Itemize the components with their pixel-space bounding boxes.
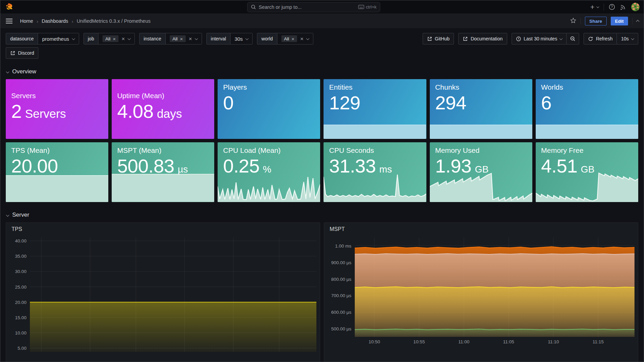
documentation-link-button[interactable]: Documentation <box>458 33 507 44</box>
filter-bar: datasource prometheus job All × × <box>0 28 644 59</box>
refresh-button[interactable]: Refresh <box>584 33 617 44</box>
clock-icon <box>516 36 521 41</box>
stat-panel-tps-mean: TPS (Mean) 20.00 <box>6 142 108 202</box>
breadcrumb-dashboards[interactable]: Dashboards <box>42 18 68 24</box>
variable-value: prometheus <box>42 36 69 42</box>
edit-button[interactable]: Edit <box>611 17 628 25</box>
collapse-chevron-up-icon[interactable] <box>637 19 639 24</box>
grafana-logo-icon[interactable] <box>4 2 14 12</box>
variable-datasource[interactable]: datasource prometheus <box>6 33 79 44</box>
overview-stat-row-1: Servers 2Servers Uptime (Mean) 4.08days … <box>6 79 638 139</box>
divider <box>632 18 632 24</box>
top-nav-right: + ? <box>590 3 640 11</box>
stat-unit: GB <box>475 164 489 175</box>
x-tick-label: 11:10 <box>548 339 559 344</box>
avatar[interactable] <box>631 3 640 11</box>
stat-unit: GB <box>581 164 594 175</box>
y-tick-label: 1.00 ms <box>335 243 351 248</box>
menu-toggle-icon[interactable] <box>6 19 13 23</box>
y-tick-label: 35.00 <box>15 254 26 259</box>
y-tick-label: 500.00 µs <box>331 326 351 331</box>
dashboard-content: Overview Servers 2Servers Uptime (Mean) … <box>0 68 644 362</box>
sparkline <box>430 125 532 139</box>
remove-value-icon[interactable]: × <box>180 36 183 41</box>
stat-panel-entities: Entities 129 <box>324 79 426 139</box>
clear-all-icon[interactable]: × <box>300 36 303 42</box>
chevron-down-icon <box>559 37 563 40</box>
stat-panel-memory-used: Memory Used 1.93GB <box>430 142 532 202</box>
x-tick-label: 11:00 <box>458 339 470 344</box>
stat-value: 1.93 <box>435 155 472 177</box>
stat-value: 31.33 <box>329 155 376 177</box>
section-server[interactable]: Server <box>6 212 638 218</box>
y-tick-label: 900.00 µs <box>331 260 351 265</box>
breadcrumb-current-dashboard: UnifiedMetrics 0.3.x / Prometheus <box>77 18 151 24</box>
mspt-time-series-plot <box>355 238 634 337</box>
x-tick-label: 10:55 <box>413 339 425 344</box>
zoom-out-time-button[interactable] <box>567 33 579 44</box>
stat-value: 0.25 <box>223 155 259 177</box>
search-input[interactable]: Search or jump to... ctrl+k <box>247 2 380 12</box>
stat-value: 294 <box>435 92 466 114</box>
chevron-down-icon <box>127 37 131 40</box>
stat-title: Servers <box>11 92 103 100</box>
selected-value-pill[interactable]: All × <box>103 35 118 42</box>
variable-interval[interactable]: interval 30s <box>206 33 253 44</box>
favorite-star-icon[interactable] <box>570 17 576 25</box>
remove-value-icon[interactable]: × <box>113 36 116 41</box>
section-title: Server <box>12 212 29 218</box>
time-range-picker[interactable]: Last 30 minutes <box>512 33 567 44</box>
section-overview[interactable]: Overview <box>6 68 638 75</box>
tps-time-series-plot <box>30 238 316 352</box>
server-chart-row: TPS 40.0035.0030.0025.0020.0015.0010.005… <box>6 222 638 362</box>
stat-title: Memory Used <box>435 146 527 155</box>
variable-label: interval <box>207 33 231 44</box>
variable-label: world <box>257 33 277 44</box>
add-new-button[interactable]: + <box>590 3 599 11</box>
stat-title: Chunks <box>435 83 527 91</box>
stat-value: 20.00 <box>11 155 58 177</box>
stat-panel-chunks: Chunks 294 <box>430 79 532 139</box>
variable-world[interactable]: world All × × <box>257 33 313 44</box>
y-tick-label: 10.00 <box>15 330 26 336</box>
news-button[interactable] <box>620 4 626 10</box>
x-tick-label: 11:05 <box>503 339 514 344</box>
stat-value: 129 <box>329 92 360 114</box>
selected-value-pill[interactable]: All × <box>281 35 297 42</box>
y-axis: 40.0035.0030.0025.0020.0015.0010.005.00 <box>9 238 30 352</box>
selected-value-pill[interactable]: All × <box>170 35 186 42</box>
search-icon <box>251 4 256 10</box>
breadcrumb-home[interactable]: Home <box>20 18 33 24</box>
chevron-down-icon <box>596 5 599 8</box>
panel-title[interactable]: TPS <box>6 223 320 233</box>
refresh-icon <box>588 36 593 41</box>
stat-title: Memory Free <box>541 146 633 155</box>
panel-title[interactable]: MSPT <box>324 223 638 233</box>
chevron-down-icon <box>6 213 10 217</box>
variable-instance[interactable]: instance All × × <box>139 33 202 44</box>
dashboard-actions: Share Edit <box>570 17 639 25</box>
keyboard-icon <box>358 5 364 9</box>
breadcrumb-separator: › <box>37 18 38 24</box>
github-link-button[interactable]: GitHub <box>423 33 454 44</box>
variable-job[interactable]: job All × × <box>84 33 135 44</box>
discord-link-button[interactable]: Discord <box>6 47 38 59</box>
y-tick-label: 30.00 <box>15 269 26 274</box>
y-tick-label: 25.00 <box>15 284 26 289</box>
stat-value: 2 <box>11 101 22 122</box>
x-tick-label: 10:50 <box>369 339 380 344</box>
stat-value: 4.08 <box>117 101 153 122</box>
remove-value-icon[interactable]: × <box>292 36 295 41</box>
refresh-interval-picker[interactable]: 10s <box>617 33 638 44</box>
stat-value: 500.83 <box>117 155 174 177</box>
y-tick-label: 5.00 <box>18 346 26 351</box>
stat-title: Entities <box>329 83 421 91</box>
stat-panel-cpu-load: CPU Load (Mean) 0.25% <box>218 142 320 202</box>
clear-all-icon[interactable]: × <box>122 36 125 42</box>
stat-title: CPU Load (Mean) <box>223 146 315 155</box>
help-button[interactable]: ? <box>609 4 615 10</box>
share-button[interactable]: Share <box>585 17 607 25</box>
stat-panel-memory-free: Memory Free 4.51GB <box>536 142 638 202</box>
stat-title: Players <box>223 83 315 91</box>
clear-all-icon[interactable]: × <box>189 36 192 42</box>
